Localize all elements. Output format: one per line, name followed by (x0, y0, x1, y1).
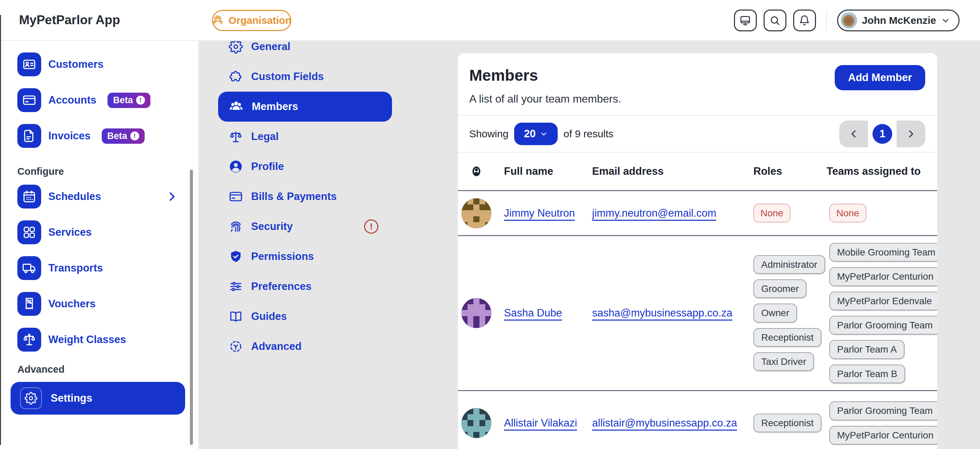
member-name-link[interactable]: Allistair Vilakazi (504, 417, 577, 429)
avatar-column-icon (469, 165, 504, 178)
settings-nav-custom-fields[interactable]: Custom Fields (218, 62, 392, 92)
settings-nav-label: Profile (251, 160, 284, 173)
member-email-link[interactable]: jimmy.neutron@email.com (592, 207, 716, 219)
scale-icon (229, 129, 243, 144)
sidebar-item-label: Weight Classes (48, 334, 126, 346)
roles-cell: AdministratorGroomerOwnerReceptionistTax… (753, 255, 827, 371)
organisation-button[interactable]: Organisation (212, 10, 291, 31)
sidebar-scrollbar[interactable] (190, 169, 193, 445)
sidebar-item-label: Customers (48, 58, 103, 70)
member-name-link-cell: Sasha Dube (504, 307, 592, 319)
page-number-button[interactable]: 1 (872, 124, 892, 144)
settings-nav-label: Members (252, 101, 298, 113)
sidebar-item-label: Transports (48, 262, 103, 274)
organisation-label: Organisation (228, 14, 291, 26)
avatar (461, 408, 492, 438)
beta-exclamation-icon: ! (136, 96, 145, 105)
role-badge: Administrator (753, 255, 825, 274)
settings-nav-advanced[interactable]: Advanced (218, 331, 392, 361)
settings-nav-permissions[interactable]: Permissions (218, 241, 392, 272)
search-button[interactable] (764, 10, 786, 31)
settings-nav-profile[interactable]: Profile (218, 152, 392, 182)
notifications-button[interactable] (793, 10, 816, 31)
gear-icon (229, 40, 243, 54)
teams-cell: Parlor Grooming TeamMyPetParlor Centurio… (827, 401, 937, 444)
next-page-button[interactable] (897, 121, 925, 147)
settings-nav-legal[interactable]: Legal (218, 121, 392, 152)
search-icon (769, 14, 781, 26)
roles-cell: None (753, 204, 827, 222)
member-name-link[interactable]: Jimmy Neutron (504, 207, 575, 219)
sidebar-item-services[interactable]: Services (0, 221, 198, 244)
settings-nav: General Custom Fields Members Legal (218, 32, 392, 361)
sidebar-item-customers[interactable]: Customers (0, 53, 198, 76)
advanced-dashed-circle-icon (229, 339, 243, 354)
team-badge: MyPetParlor Centurion (829, 267, 937, 286)
settings-nav-guides[interactable]: Guides (218, 302, 392, 331)
topbar-divider (826, 11, 827, 30)
calendar-icon (18, 185, 41, 208)
book-icon (229, 309, 243, 324)
role-badge: Owner (753, 304, 797, 322)
settings-nav-bills-payments[interactable]: Bills & Payments (218, 182, 392, 212)
beta-badge: Beta ! (102, 128, 145, 144)
page-subtitle: A list of all your team members. (469, 93, 621, 105)
add-member-button[interactable]: Add Member (835, 65, 925, 90)
team-badge: MyPetParlor Edenvale (829, 292, 937, 310)
member-email-link[interactable]: allistair@mybusinessapp.co.za (592, 417, 737, 429)
teams-cell: Mobile Grooming TeamMyPetParlor Centurio… (827, 243, 937, 383)
table-header: Full name Email address Roles Teams assi… (458, 153, 937, 190)
avatar (461, 298, 492, 328)
settings-nav-preferences[interactable]: Preferences (218, 272, 392, 302)
settings-nav-label: Bills & Payments (251, 190, 337, 203)
sidebar-item-label: Invoices (48, 130, 91, 142)
beta-exclamation-icon: ! (130, 131, 139, 141)
sidebar-item-vouchers[interactable]: Vouchers (0, 292, 198, 316)
settings-nav-members[interactable]: Members (218, 92, 392, 121)
sidebar-item-settings[interactable]: Settings (11, 382, 185, 415)
none-badge: None (829, 204, 866, 222)
sidebar-item-accounts[interactable]: Accounts Beta ! (0, 88, 198, 112)
sidebar-section-advanced: Advanced (0, 364, 198, 375)
chevron-down-icon (941, 16, 950, 25)
settings-nav-label: General (251, 40, 290, 53)
sidebar-item-invoices[interactable]: Invoices Beta ! (0, 124, 198, 148)
chevron-right-icon (906, 129, 916, 139)
members-panel: Members A list of all your team members.… (458, 53, 937, 449)
sidebar-item-weight-classes[interactable]: Weight Classes (0, 328, 198, 352)
teams-cell: None (827, 204, 937, 222)
previous-page-button[interactable] (840, 121, 868, 147)
display-button[interactable] (734, 10, 757, 31)
id-card-icon (18, 53, 41, 76)
organisation-people-icon (212, 14, 224, 27)
settings-nav-security[interactable]: Security ! (218, 212, 392, 241)
chevron-right-icon (166, 190, 178, 203)
topbar-actions: John McKenzie (734, 10, 959, 31)
top-bar: MyPetParlor App Organisation (0, 0, 980, 41)
member-email-link-cell: sasha@mybusinessapp.co.za (592, 307, 753, 319)
member-email-link[interactable]: sasha@mybusinessapp.co.za (592, 307, 732, 319)
team-badge: Mobile Grooming Team (829, 243, 937, 262)
user-menu[interactable]: John McKenzie (837, 10, 959, 31)
settings-nav-label: Legal (251, 131, 279, 143)
window-edge (0, 15, 1, 445)
sidebar-section-configure: Configure (0, 166, 198, 177)
security-warning-icon: ! (364, 219, 379, 234)
beta-badge: Beta ! (108, 93, 150, 108)
role-badge: Receptionist (753, 328, 821, 347)
pagination-row: Showing 20 of 9 results 1 (458, 116, 937, 153)
settings-nav-label: Guides (251, 310, 287, 323)
member-name-link[interactable]: Sasha Dube (504, 307, 562, 319)
table-row: Jimmy Neutron jimmy.neutron@email.com No… (458, 190, 937, 235)
sidebar-item-transports[interactable]: Transports (0, 256, 198, 280)
main-sidebar: Customers Accounts Beta ! Invoices Beta … (0, 41, 198, 449)
team-badge: Parlor Grooming Team (829, 316, 937, 334)
sidebar-item-label: Accounts (48, 94, 96, 106)
app-title: MyPetParlor App (19, 0, 120, 40)
column-email: Email address (592, 165, 753, 177)
team-badge: Parlor Team B (829, 364, 905, 383)
member-email-link-cell: jimmy.neutron@email.com (592, 207, 753, 219)
page-size-dropdown[interactable]: 20 (514, 123, 558, 145)
sidebar-item-schedules[interactable]: Schedules (0, 185, 198, 208)
team-badge: Parlor Team A (829, 340, 904, 359)
